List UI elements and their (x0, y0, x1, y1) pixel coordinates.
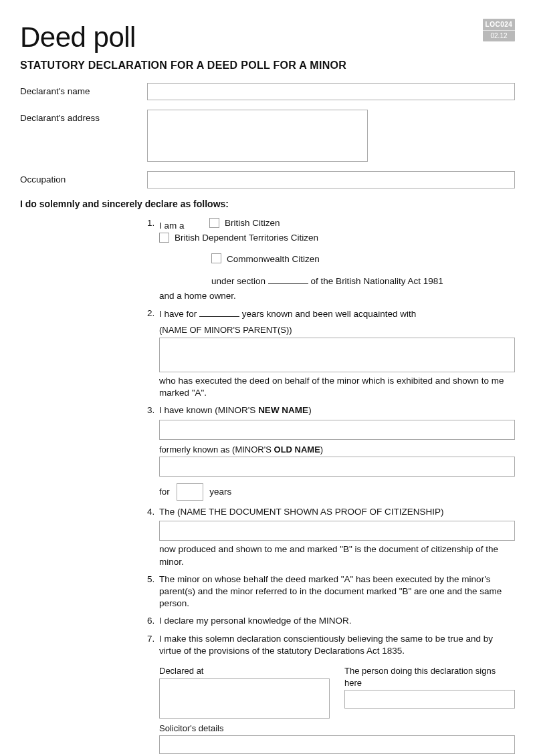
clause-2: I have for years known and been well acq… (147, 307, 515, 399)
clause-3-years: years (209, 487, 231, 497)
option-commonwealth[interactable]: Commonwealth Citizen (211, 253, 320, 265)
clause-2-pre: I have for (159, 309, 197, 319)
label-occupation: Occupation (20, 171, 147, 188)
minor-old-name-input[interactable] (159, 457, 515, 477)
minor-new-name-input[interactable] (159, 420, 515, 440)
clause-3: I have known (MINOR'S NEW NAME) formerly… (147, 404, 515, 501)
page-subtitle: STATUTORY DECLARATION FOR A DEED POLL FO… (20, 58, 515, 73)
label-signer: The person doing this declaration signs … (344, 665, 515, 688)
clause-3-formerly-post: ) (320, 445, 323, 455)
clause-4-lead: The (NAME THE DOCUMENT SHOWN AS PROOF OF… (159, 507, 444, 517)
option-british-citizen-label: British Citizen (225, 217, 280, 229)
clause-3-formerly-pre: formerly known as (MINOR'S (159, 445, 274, 455)
signer-input[interactable] (344, 690, 515, 709)
clause-2-post: years known and been well acquainted wit… (242, 309, 416, 319)
option-bdtc-label: British Dependent Territories Citizen (175, 232, 318, 244)
label-solicitor-details: Solicitor's details (159, 723, 515, 735)
clause-1-lead: I am a (159, 221, 185, 231)
clause-3-for: for (159, 487, 170, 497)
clause-5: The minor on whose behalf the deed marke… (147, 574, 515, 610)
clause-2-after: who has executed the deed on behalf of t… (159, 375, 515, 399)
clause-1-under-pre: under section (211, 276, 265, 286)
page-title: Deed poll (20, 19, 515, 57)
label-declarant-name: Declarant's name (20, 83, 147, 100)
label-declared-at: Declared at (159, 665, 330, 677)
clause-3-lead-bold: NEW NAME (258, 405, 308, 415)
clause-1-homeowner: and a home owner. (159, 290, 515, 302)
years-blank[interactable] (199, 307, 239, 317)
minor-parents-name-input[interactable] (159, 338, 515, 372)
declare-heading: I do solemnly and sincerely declare as f… (20, 198, 515, 211)
form-code: LOC024 (483, 19, 515, 30)
option-british-citizen[interactable]: British Citizen (209, 217, 280, 229)
clause-7-text: I make this solemn declaration conscient… (159, 634, 493, 656)
declarant-address-input[interactable] (147, 110, 368, 162)
label-declarant-address: Declarant's address (20, 110, 147, 162)
clause-1-under-post: of the British Nationality Act 1981 (311, 276, 443, 286)
form-code-badge: LOC024 02.12 (483, 19, 515, 41)
clause-6: I declare my personal knowledge of the M… (147, 615, 515, 627)
citizenship-doc-input[interactable] (159, 521, 515, 541)
checkbox-icon (209, 218, 219, 228)
clause-7: I make this solemn declaration conscient… (147, 633, 515, 756)
option-bdtc[interactable]: British Dependent Territories Citizen (159, 232, 318, 244)
clause-3-lead-pre: I have known (MINOR'S (159, 405, 258, 415)
checkbox-icon (159, 233, 169, 243)
option-commonwealth-label: Commonwealth Citizen (227, 253, 320, 265)
declarant-name-input[interactable] (147, 83, 515, 100)
clause-3-formerly-bold: OLD NAME (274, 445, 320, 455)
checkbox-icon (211, 253, 221, 263)
years-known-input[interactable] (177, 483, 203, 501)
solicitor-details-input[interactable] (159, 735, 515, 754)
clause-1: I am a British Citizen British Dependent… (147, 217, 515, 302)
clause-3-lead-post: ) (308, 405, 312, 415)
form-revision: 02.12 (483, 30, 515, 42)
section-blank[interactable] (268, 275, 308, 284)
clause-4-after: now produced and shown to me and marked … (159, 543, 515, 568)
declared-at-input[interactable] (159, 678, 330, 719)
clause-2-caption: (NAME OF MINOR'S PARENT(S)) (159, 324, 515, 336)
occupation-input[interactable] (147, 171, 515, 188)
clause-4: The (NAME THE DOCUMENT SHOWN AS PROOF OF… (147, 506, 515, 568)
